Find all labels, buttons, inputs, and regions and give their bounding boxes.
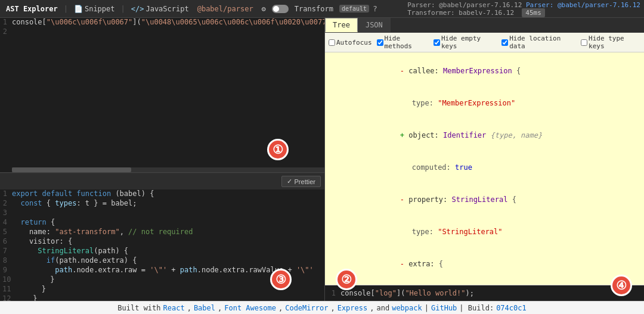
code-line-2: 2 — [0, 27, 324, 37]
code-line-b10: 10 } — [0, 275, 324, 285]
code-line-b1: 1 export default function (babel) { — [0, 189, 324, 199]
ast-node-callee-type: type: "MemberExpression" — [330, 87, 639, 119]
scrollbar-thumb[interactable] — [12, 167, 131, 172]
transform-badge: default — [339, 5, 369, 13]
autofocus-option[interactable]: Autofocus — [329, 39, 372, 46]
time-badge: 45ms — [522, 8, 545, 17]
code-line-b2: 2 const { types: t } = babel; — [0, 199, 324, 209]
webpack-link[interactable]: webpack — [392, 304, 422, 312]
ast-node-computed: computed: true — [330, 151, 639, 184]
ast-tabs: Tree JSON — [325, 18, 644, 33]
output-line-num: 1 — [329, 289, 340, 297]
font-awesome-link[interactable]: Font Awesome — [224, 304, 276, 312]
code-icon: </> — [131, 5, 144, 13]
ast-node-property-type: type: "StringLiteral" — [330, 216, 639, 248]
bottom-code-editor[interactable]: 1 export default function (babel) { 2 co… — [0, 189, 324, 301]
code-line-b12: 12 } — [0, 294, 324, 301]
code-line-b11: 11 } — [0, 285, 324, 294]
github-link[interactable]: GitHub — [431, 304, 457, 312]
hide-location-option[interactable]: Hide location data — [501, 35, 576, 50]
code-line-b3: 3 — [0, 209, 324, 218]
codemirror-link[interactable]: CodeMirror — [285, 304, 328, 312]
settings-button[interactable]: ⚙ — [259, 4, 268, 14]
app-title: AST Explorer — [4, 4, 60, 14]
language-selector[interactable]: </> JavaScript — [129, 4, 191, 14]
react-link[interactable]: React — [163, 304, 185, 312]
check-icon: ✓ — [287, 178, 292, 185]
code-line-1: 1 console["\u006c\u006f\u0067"]("\u0048\… — [0, 18, 324, 27]
hide-type-option[interactable]: Hide type keys — [581, 35, 640, 50]
hide-empty-option[interactable]: Hide empty keys — [434, 35, 497, 50]
hide-methods-checkbox[interactable] — [377, 39, 383, 46]
circle-1: ① — [267, 139, 289, 160]
hide-methods-option[interactable]: Hide methods — [377, 35, 429, 50]
express-link[interactable]: Express — [338, 304, 368, 312]
tab-tree[interactable]: Tree — [325, 18, 358, 32]
output-panel: 1 console["log"]("Hello world!"); ④ — [325, 285, 644, 301]
code-line-b9: 9 path.node.extra.raw = '\"' + path.node… — [0, 266, 324, 275]
tab-json[interactable]: JSON — [358, 18, 391, 32]
horizontal-scrollbar[interactable] — [12, 167, 324, 172]
prettier-button[interactable]: ✓ Prettier — [281, 176, 321, 187]
snippet-button[interactable]: 📄 Snippet — [72, 4, 117, 14]
transform-button[interactable]: Transform — [292, 4, 336, 14]
toggle-switch[interactable] — [272, 5, 289, 13]
main-area: 1 console["\u006c\u006f\u0067"]("\u0048\… — [0, 18, 644, 301]
code-line-b5: 5 name: "ast-transform", // not required — [0, 228, 324, 237]
build-hash-link[interactable]: 074c0c1 — [496, 304, 527, 312]
ast-panel: Tree JSON Autofocus Hide methods Hide em… — [325, 18, 644, 301]
ast-node-property: - property: StringLiteral { — [330, 184, 639, 216]
ast-node-object: + object: Identifier {type, name} — [330, 119, 639, 151]
ast-node-callee: - callee: MemberExpression { — [330, 55, 639, 87]
top-code-editor[interactable]: 1 console["\u006c\u006f\u0067"]("\u0048\… — [0, 18, 324, 173]
code-line-b6: 6 visitor: { — [0, 237, 324, 247]
code-line-b8: 8 if(path.node.extra) { — [0, 256, 324, 266]
ast-node-rawvalue: rawValue: "log" — [330, 280, 639, 285]
autofocus-checkbox[interactable] — [329, 39, 335, 46]
parser-info: Parser: @babel/parser-7.16.12 Parser: @b… — [407, 1, 640, 17]
parser-selector[interactable]: @babel/parser — [195, 4, 256, 14]
ast-icon: AST Explorer — [6, 5, 58, 13]
ast-node-extra: - extra: { — [330, 248, 639, 280]
snippet-icon: 📄 — [74, 5, 83, 13]
code-line-b7: 7 StringLiteral(path) { — [0, 247, 324, 256]
ast-tree-content[interactable]: - callee: MemberExpression { type: "Memb… — [325, 52, 644, 285]
code-line-b4: 4 return { — [0, 218, 324, 228]
hide-type-checkbox[interactable] — [581, 39, 587, 46]
output-line: 1 console["log"]("Hello world!"); — [329, 289, 640, 297]
output-content: console["log"]("Hello world!"); — [340, 289, 474, 297]
hide-empty-checkbox[interactable] — [434, 39, 440, 46]
help-button[interactable]: ? — [373, 4, 377, 13]
hide-location-checkbox[interactable] — [501, 39, 508, 46]
parser-link[interactable]: Parser: @babel/parser-7.16.12 — [526, 1, 640, 9]
footer: Built with React, Babel, Font Awesome, C… — [0, 301, 644, 314]
ast-options: Autofocus Hide methods Hide empty keys H… — [325, 33, 644, 52]
gear-icon: ⚙ — [262, 5, 266, 13]
toolbar: AST Explorer | 📄 Snippet | </> JavaScrip… — [0, 0, 644, 18]
prettier-bar: ✓ Prettier — [0, 173, 324, 189]
babel-link[interactable]: Babel — [194, 304, 215, 312]
